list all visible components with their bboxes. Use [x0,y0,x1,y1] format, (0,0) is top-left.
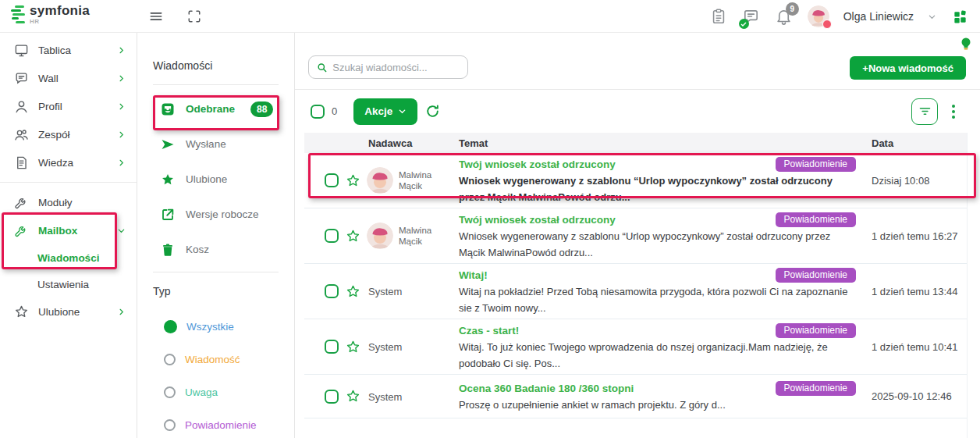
sidebar-item-moduly[interactable]: Moduły [0,188,137,216]
sidebar-item-zespol[interactable]: Zespół [0,120,137,148]
sidebar-item-tablica[interactable]: Tablica [0,36,137,64]
user-name[interactable]: Olga Liniewicz [843,10,914,23]
select-all-checkbox[interactable] [311,105,325,119]
fullscreen-icon[interactable] [186,8,203,25]
actions-button[interactable]: Akcje [353,98,417,125]
type-badge: Powiadomienie [776,157,856,172]
row-checkbox[interactable] [325,390,339,404]
message-row[interactable]: Malwina Mącik Twój wniosek został odrzuc… [304,153,967,208]
folder-kosz[interactable]: Kosz [153,232,279,267]
selected-count: 0 [332,105,337,117]
radio-icon[interactable] [164,354,176,365]
sender-name: System [367,341,402,353]
sidebar-divider [0,182,137,183]
row-checkbox[interactable] [325,340,339,354]
sender-name: System [367,286,402,297]
user-status-dot [822,20,832,29]
messages-main-panel: +Nowa wiadomość 0 Akcje Nadawca [295,33,980,438]
row-checkbox[interactable] [325,229,339,243]
folder-wersje-robocze[interactable]: Wersje robocze [153,197,279,232]
app-logo[interactable]: symfonia HR [11,4,90,25]
message-date: 1 dzień temu 10:41 [864,341,967,353]
message-subject[interactable]: Ocena 360 Badanie 180 /360 stopni [459,380,634,397]
sidebar-item-wiedza[interactable]: Wiedza [0,148,137,176]
sender-avatar [367,167,393,194]
sidebar-item-wall[interactable]: Wall [0,64,137,92]
chevron-down-icon [117,226,126,235]
left-sidebar: Tablica Wall Profil Zespół Wiedza Moduły [0,33,137,438]
message-subject[interactable]: Twój wniosek został odrzucony [459,156,616,173]
sidebar-item-label: Moduły [38,197,73,208]
folder-label: Odebrane [186,103,235,115]
wrench-icon [14,195,29,210]
message-date: 2025-09-10 12:46 [864,390,967,402]
filter-button[interactable] [911,98,938,125]
message-row[interactable]: System Witaj! Powiadomienie Witaj na pok… [304,264,967,319]
mailbox-folders-panel: Wiadomości Odebrane 88 Wysłane Ulubione … [137,33,295,438]
sidebar-item-profil[interactable]: Profil [0,92,137,120]
sidebar-item-label: Wall [38,73,59,84]
tasks-clipboard-icon[interactable] [709,7,728,26]
chevron-right-icon [117,46,126,55]
star-outline-icon[interactable] [346,229,360,244]
sidebar-item-wiadomosci[interactable]: Wiadomości [0,244,137,271]
hamburger-menu-icon[interactable] [147,8,165,25]
messages-toolbar: 0 Akcje [295,90,980,133]
message-date: 1 dzień temu 16:27 [864,230,967,242]
col-data: Data [864,137,967,149]
type-option-wiadomosc[interactable]: Wiadomość [153,343,279,376]
type-badge: Powiadomienie [776,268,856,283]
col-nadawca: Nadawca [367,137,459,149]
message-row[interactable]: Nowe zadanie: 946 Akceptacja wniosku: Wn… [304,418,967,438]
inbox-icon [161,102,175,116]
unread-count-badge: 88 [250,101,273,117]
filter-icon [919,106,931,116]
lightbulb-icon[interactable] [960,37,972,52]
sidebar-item-label: Zespół [38,129,70,141]
message-subject[interactable]: Czas - start! [459,322,519,339]
sidebar-item-ustawienia[interactable]: Ustawienia [0,271,137,297]
user-menu-chevron-down-icon[interactable] [928,12,936,21]
kebab-menu-icon[interactable] [949,101,958,122]
star-outline-icon[interactable] [346,389,360,404]
notification-count-badge: 9 [786,2,799,16]
type-option-wszystkie[interactable]: Wszystkie [153,310,279,343]
new-message-button[interactable]: +Nowa wiadomość [850,56,966,80]
star-outline-icon[interactable] [346,173,360,188]
message-row[interactable]: System Czas - start! Powiadomienie Witaj… [304,319,967,375]
notifications-bell-icon[interactable]: 9 [775,7,794,26]
message-date: Dzisiaj 10:08 [864,175,967,187]
user-avatar[interactable] [808,5,829,27]
send-icon [161,137,175,151]
row-checkbox[interactable] [325,284,339,298]
chevron-right-icon [117,130,126,139]
folder-ulubione[interactable]: Ulubione [153,162,279,197]
star-outline-icon[interactable] [346,340,360,354]
chat-icon[interactable] [742,7,761,26]
message-subject[interactable]: Twój wniosek został odrzucony [459,212,616,228]
search-input[interactable] [332,62,460,73]
sidebar-item-mailbox[interactable]: Mailbox [0,216,137,244]
radio-icon[interactable] [164,419,176,431]
refresh-icon[interactable] [425,104,440,119]
search-icon [317,62,327,73]
radio-selected-icon[interactable] [164,320,177,333]
message-preview: Wniosek wygenerowany z szablonu “Urlop w… [459,173,856,205]
folder-wyslane[interactable]: Wysłane [153,126,279,162]
row-checkbox[interactable] [325,173,339,187]
star-outline-icon[interactable] [346,284,360,299]
sidebar-item-ulubione[interactable]: Ulubione [0,297,137,326]
message-row[interactable]: System Ocena 360 Badanie 180 /360 stopni… [304,375,967,418]
sender-name: System [367,391,402,403]
type-badge: Powiadomienie [776,323,856,338]
sender-avatar [367,223,393,249]
type-option-uwaga[interactable]: Uwaga [153,376,279,408]
message-subject[interactable]: Witaj! [459,267,488,283]
message-preview: Proszę o uzupełnienie ankiet w ramach pr… [459,397,856,413]
folder-odebrane[interactable]: Odebrane 88 [153,91,279,126]
message-row[interactable]: Malwina Mącik Twój wniosek został odrzuc… [304,208,967,264]
apps-grid-icon[interactable] [950,7,969,26]
radio-icon[interactable] [164,386,176,398]
search-box[interactable] [308,55,468,79]
type-option-powiadomienie[interactable]: Powiadomienie [153,408,279,438]
